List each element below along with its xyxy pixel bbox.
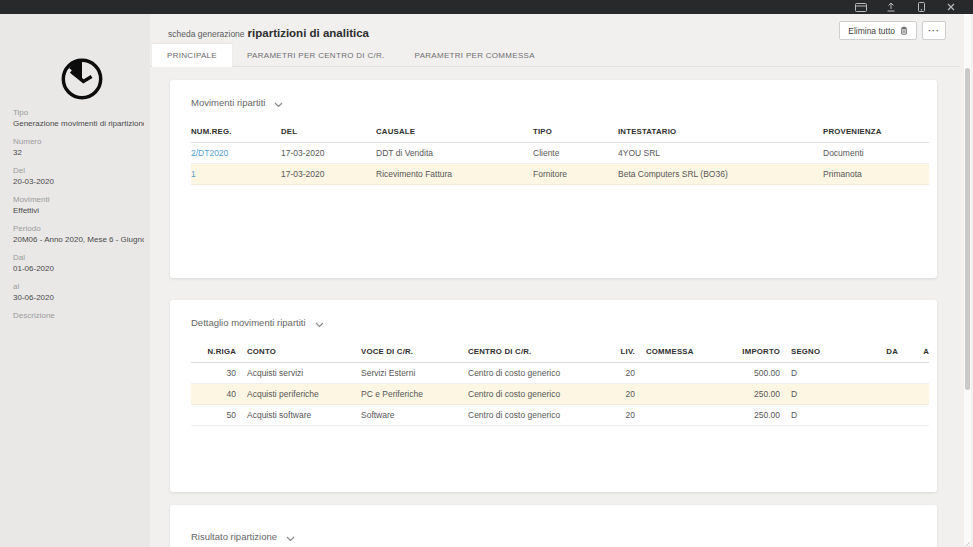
- cell-segno: D: [780, 405, 840, 426]
- delete-all-label: Elimina tutto: [848, 26, 895, 36]
- field-del: Del 20-03-2020: [13, 165, 144, 187]
- delete-all-button[interactable]: Elimina tutto: [839, 21, 917, 40]
- col-a: A: [898, 343, 929, 363]
- cell-centro: Centro di costo generico: [468, 405, 603, 426]
- col-provenienza: PROVENIENZA: [823, 123, 929, 143]
- registration-link[interactable]: 1: [191, 169, 196, 179]
- table-row[interactable]: 2/DT2020 17-03-2020 DDT di Vendita Clien…: [191, 143, 929, 164]
- field-periodo: Periodo 20M06 - Anno 2020, Mese 6 - Giug…: [13, 223, 144, 245]
- field-tipo: Tipo Generazione movimenti di ripartizio…: [13, 107, 144, 129]
- movimenti-header-row: NUM.REG. DEL CAUSALE TIPO INTESTATARIO P…: [191, 123, 929, 143]
- header-actions: Elimina tutto ···: [839, 21, 946, 40]
- field-label: Tipo: [13, 107, 144, 118]
- field-value: 20M06 - Anno 2020, Mese 6 - Giugno: [13, 234, 144, 245]
- clock-logo-icon: [59, 56, 105, 102]
- tab-parametri-commessa[interactable]: PARAMETRI PER COMMESSA: [400, 44, 550, 66]
- cell-causale: Ricevimento Fattura: [376, 164, 533, 185]
- col-intestatario: INTESTATARIO: [618, 123, 823, 143]
- col-commessa: COMMESSA: [635, 343, 720, 363]
- field-value: 01-06-2020: [13, 263, 144, 274]
- section-title: Risultato ripartizione: [191, 531, 277, 542]
- field-label: Dal: [13, 252, 144, 263]
- tab-bar: PRINCIPALE PARAMETRI PER CENTRO DI C/R. …: [150, 44, 960, 67]
- field-value: Generazione movimenti di ripartizione: [13, 118, 144, 129]
- tab-parametri-centro[interactable]: PARAMETRI PER CENTRO DI C/R.: [232, 44, 400, 66]
- risultato-section-header[interactable]: Risultato ripartizione: [191, 527, 916, 546]
- cell-da: [840, 363, 898, 384]
- cell-importo: 250.00: [720, 384, 780, 405]
- section-movimenti-ripartiti: Movimenti ripartiti NUM.REG. DEL CAUSALE…: [170, 80, 937, 278]
- table-row[interactable]: 30 Acquisti servizi Servizi Esterni Cent…: [191, 363, 929, 384]
- cell-n-riga: 40: [191, 384, 236, 405]
- cell-conto: Acquisti software: [236, 405, 361, 426]
- sidebar: Tipo Generazione movimenti di ripartizio…: [0, 14, 150, 547]
- col-n-riga: N.RIGA: [191, 343, 236, 363]
- tab-label: PARAMETRI PER COMMESSA: [415, 51, 535, 60]
- record-summary: Tipo Generazione movimenti di ripartizio…: [13, 107, 144, 337]
- cell-importo: 500.00: [720, 363, 780, 384]
- topbar: [0, 0, 973, 14]
- record-type-label: scheda generazione: [168, 29, 245, 39]
- chevron-down-icon: [274, 94, 283, 112]
- col-centro: CENTRO DI C/R.: [468, 343, 603, 363]
- col-num-reg: NUM.REG.: [191, 123, 281, 143]
- resize-grip-icon[interactable]: [961, 535, 971, 545]
- cell-commessa: [635, 363, 720, 384]
- cell-intestatario: 4YOU SRL: [618, 143, 823, 164]
- cell-n-riga: 30: [191, 363, 236, 384]
- field-label: Del: [13, 165, 144, 176]
- cell-a: [898, 384, 929, 405]
- col-voce: VOCE DI C/R.: [361, 343, 468, 363]
- cell-n-riga: 50: [191, 405, 236, 426]
- cell-liv: 20: [603, 363, 635, 384]
- page-header: scheda generazioneripartizioni di analit…: [150, 14, 960, 44]
- close-icon[interactable]: [941, 1, 961, 13]
- field-label: Descrizione: [13, 310, 144, 321]
- cell-conto: Acquisti servizi: [236, 363, 361, 384]
- section-title: Movimenti ripartiti: [191, 97, 265, 108]
- cell-voce: Servizi Esterni: [361, 363, 468, 384]
- scrollbar-thumb[interactable]: [965, 68, 970, 390]
- cell-segno: D: [780, 384, 840, 405]
- cell-voce: Software: [361, 405, 468, 426]
- vertical-scrollbar[interactable]: [964, 14, 971, 547]
- cell-tipo: Cliente: [533, 143, 618, 164]
- field-label: Movimenti: [13, 194, 144, 205]
- upload-icon[interactable]: [881, 1, 901, 13]
- cell-importo: 250.00: [720, 405, 780, 426]
- col-causale: CAUSALE: [376, 123, 533, 143]
- tab-principale[interactable]: PRINCIPALE: [152, 44, 232, 67]
- field-dal: Dal 01-06-2020: [13, 252, 144, 274]
- cell-provenienza: Documenti: [823, 143, 929, 164]
- ellipsis-icon: ···: [928, 26, 940, 36]
- cell-tipo: Fornitore: [533, 164, 618, 185]
- movimenti-table: NUM.REG. DEL CAUSALE TIPO INTESTATARIO P…: [191, 123, 929, 185]
- table-row-selected[interactable]: 1 17-03-2020 Ricevimento Fattura Fornito…: [191, 164, 929, 185]
- trash-icon: [900, 26, 908, 35]
- cell-liv: 20: [603, 405, 635, 426]
- cell-commessa: [635, 405, 720, 426]
- registration-link[interactable]: 2/DT2020: [191, 148, 228, 158]
- dettaglio-header-row: N.RIGA CONTO VOCE DI C/R. CENTRO DI C/R.…: [191, 343, 929, 363]
- section-title: Dettaglio movimenti ripartiti: [191, 317, 306, 328]
- col-importo: IMPORTO: [720, 343, 780, 363]
- card-icon[interactable]: [851, 1, 871, 13]
- section-risultato-ripartizione: Risultato ripartizione: [170, 505, 937, 547]
- cell-a: [898, 363, 929, 384]
- record-title: ripartizioni di analitica: [248, 27, 369, 39]
- dettaglio-section-header[interactable]: Dettaglio movimenti ripartiti: [191, 313, 916, 332]
- chevron-down-icon: [315, 314, 324, 332]
- field-value: Effettivi: [13, 205, 144, 216]
- device-icon[interactable]: [911, 1, 931, 13]
- cell-centro: Centro di costo generico: [468, 384, 603, 405]
- more-actions-button[interactable]: ···: [922, 21, 946, 40]
- table-row-selected[interactable]: 40 Acquisti periferiche PC e Periferiche…: [191, 384, 929, 405]
- movimenti-section-header[interactable]: Movimenti ripartiti: [191, 93, 916, 112]
- cell-da: [840, 384, 898, 405]
- table-row[interactable]: 50 Acquisti software Software Centro di …: [191, 405, 929, 426]
- cell-da: [840, 405, 898, 426]
- col-liv: LIV.: [603, 343, 635, 363]
- field-value: [13, 321, 144, 330]
- field-value: 30-06-2020: [13, 292, 144, 303]
- cell-causale: DDT di Vendita: [376, 143, 533, 164]
